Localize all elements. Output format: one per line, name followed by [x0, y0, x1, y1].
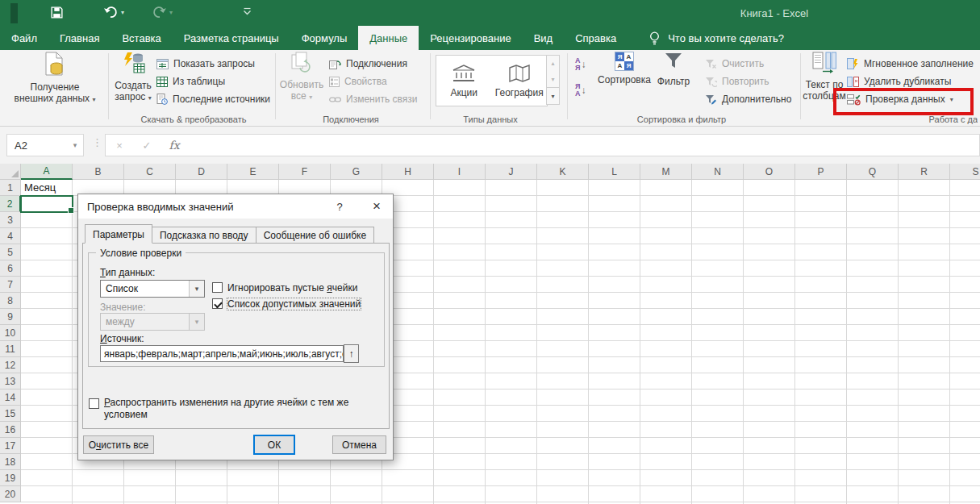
tab-input-message[interactable]: Подсказка по вводу	[152, 227, 256, 244]
undo-button[interactable]: ▾	[103, 6, 124, 19]
dialog-close-button[interactable]: ×	[362, 197, 391, 216]
column-header-S[interactable]: S	[950, 164, 980, 180]
tab-Рецензирование[interactable]: Рецензирование	[419, 26, 522, 50]
sort-button[interactable]: ЯААЯ Сортировка	[597, 52, 652, 85]
column-header-Q[interactable]: Q	[847, 164, 899, 180]
connections-button[interactable]: Подключения	[329, 56, 407, 71]
redo-button[interactable]: ▾	[152, 6, 173, 19]
row-header-4[interactable]: 4	[0, 228, 21, 244]
sort-descending-button[interactable]: ЯА ↓	[575, 83, 586, 98]
gallery-up-icon[interactable]: ▴	[547, 56, 559, 72]
dialog-titlebar[interactable]: Проверка вводимых значений ? ×	[78, 194, 393, 219]
show-queries-button[interactable]: Показать запросы	[156, 56, 255, 71]
fill-handle[interactable]	[68, 207, 74, 214]
row-header-16[interactable]: 16	[0, 422, 21, 438]
stocks-button[interactable]: Акции	[436, 56, 492, 106]
apply-changes-label[interactable]: Распространить изменения на другие ячейк…	[104, 397, 348, 421]
tab-error-alert[interactable]: Сообщение об ошибке	[256, 227, 374, 244]
column-header-O[interactable]: O	[744, 164, 795, 180]
column-header-B[interactable]: B	[73, 164, 124, 180]
sort-ascending-button[interactable]: АЯ ↓	[575, 57, 586, 72]
row-header-13[interactable]: 13	[0, 373, 21, 389]
tab-Справка[interactable]: Справка	[564, 26, 628, 50]
row-header-20[interactable]: 20	[0, 486, 21, 502]
geography-button[interactable]: География	[492, 56, 548, 106]
name-box[interactable]: A2 ▾	[6, 134, 84, 156]
ignore-blank-checkbox[interactable]	[212, 282, 223, 293]
column-header-E[interactable]: E	[227, 164, 279, 180]
tab-Вид[interactable]: Вид	[523, 26, 565, 50]
row-header-12[interactable]: 12	[0, 357, 21, 373]
tab-Данные[interactable]: Данные	[358, 26, 419, 50]
column-header-H[interactable]: H	[382, 164, 434, 180]
row-header-6[interactable]: 6	[0, 260, 21, 277]
row-header-2[interactable]: 2	[0, 196, 21, 212]
clear-filter-button[interactable]: Очистить	[705, 56, 764, 71]
selected-cell-outline[interactable]	[20, 195, 73, 213]
tab-Вставка[interactable]: Вставка	[111, 26, 172, 50]
column-header-C[interactable]: C	[124, 164, 176, 180]
cell-A1[interactable]: Месяц	[24, 180, 56, 196]
column-header-F[interactable]: F	[279, 164, 331, 180]
select-all-corner[interactable]	[0, 164, 21, 180]
row-header-8[interactable]: 8	[0, 293, 21, 309]
formula-bar-resize-dots-icon[interactable]: ⋮	[92, 136, 102, 148]
remove-duplicates-button[interactable]: Удалить дубликаты	[847, 74, 951, 89]
cancel-button[interactable]: Отмена	[332, 435, 386, 454]
tab-Формулы[interactable]: Формулы	[290, 26, 359, 50]
in-cell-dropdown-checkbox[interactable]	[212, 298, 223, 309]
get-external-data-button[interactable]: Получение внешних данных ▾	[6, 52, 103, 106]
dialog-help-button[interactable]: ?	[328, 198, 351, 215]
column-header-J[interactable]: J	[486, 164, 537, 180]
ignore-blank-label[interactable]: Игнорировать пустые ячейки	[227, 282, 357, 294]
row-header-5[interactable]: 5	[0, 244, 21, 260]
ok-button[interactable]: ОК	[253, 435, 295, 455]
type-combobox[interactable]: Список ▾	[100, 280, 205, 298]
cancel-entry-icon[interactable]: ×	[106, 140, 133, 152]
tell-me-box[interactable]: Что вы хотите сделать?	[648, 26, 784, 50]
qat-customize-button[interactable]	[242, 6, 252, 16]
properties-button[interactable]: Свойства	[329, 74, 387, 89]
tab-Разметка страницы[interactable]: Разметка страницы	[173, 26, 290, 50]
data-validation-button[interactable]: Проверка данных ▾	[847, 92, 953, 106]
row-header-15[interactable]: 15	[0, 406, 21, 422]
column-header-A[interactable]: A	[21, 164, 73, 180]
column-header-D[interactable]: D	[176, 164, 227, 180]
edit-links-button[interactable]: Изменить связи	[329, 92, 417, 106]
column-header-P[interactable]: P	[795, 164, 847, 180]
tab-Файл[interactable]: Файл	[0, 26, 48, 50]
apply-changes-checkbox[interactable]	[89, 398, 99, 409]
row-header-7[interactable]: 7	[0, 277, 21, 293]
row-header-3[interactable]: 3	[0, 212, 21, 228]
chevron-down-icon[interactable]: ▾	[189, 281, 204, 297]
in-cell-dropdown-label[interactable]: Список допустимых значений	[227, 298, 361, 310]
gallery-more-icon[interactable]: ▾	[547, 87, 559, 104]
text-to-columns-button[interactable]: Текст по столбцам	[803, 52, 845, 102]
row-header-1[interactable]: 1	[0, 180, 21, 196]
filter-button[interactable]: Фильтр	[655, 52, 692, 87]
row-header-11[interactable]: 11	[0, 341, 21, 357]
source-input[interactable]: январь;февраль;март;апрель;май;июнь;июль…	[100, 345, 344, 362]
tab-Главная[interactable]: Главная	[48, 26, 111, 50]
reapply-button[interactable]: Повторить	[705, 74, 769, 89]
new-query-button[interactable]: Создать запрос ▾	[111, 52, 155, 104]
enter-entry-icon[interactable]: ✓	[133, 140, 161, 152]
column-header-K[interactable]: K	[537, 164, 589, 180]
tab-parameters[interactable]: Параметры	[85, 224, 152, 244]
data-validation-dropdown-icon[interactable]: ▾	[950, 96, 953, 103]
collapse-dialog-button[interactable]: ↑	[344, 344, 359, 363]
name-box-dropdown-icon[interactable]: ▾	[67, 141, 83, 149]
clear-all-button[interactable]: Очистить все	[83, 435, 154, 454]
row-header-17[interactable]: 17	[0, 438, 21, 454]
column-header-I[interactable]: I	[434, 164, 486, 180]
column-header-L[interactable]: L	[589, 164, 640, 180]
recent-sources-button[interactable]: Последние источники	[156, 92, 270, 106]
insert-function-icon[interactable]: fx	[161, 139, 188, 152]
undo-dropdown-icon[interactable]: ▾	[121, 9, 124, 16]
row-header-9[interactable]: 9	[0, 309, 21, 325]
column-header-N[interactable]: N	[692, 164, 744, 180]
row-header-10[interactable]: 10	[0, 325, 21, 341]
flash-fill-button[interactable]: Мгновенное заполнение	[847, 56, 974, 71]
refresh-all-button[interactable]: Обновить все ▾	[279, 52, 324, 103]
column-header-G[interactable]: G	[331, 164, 382, 180]
